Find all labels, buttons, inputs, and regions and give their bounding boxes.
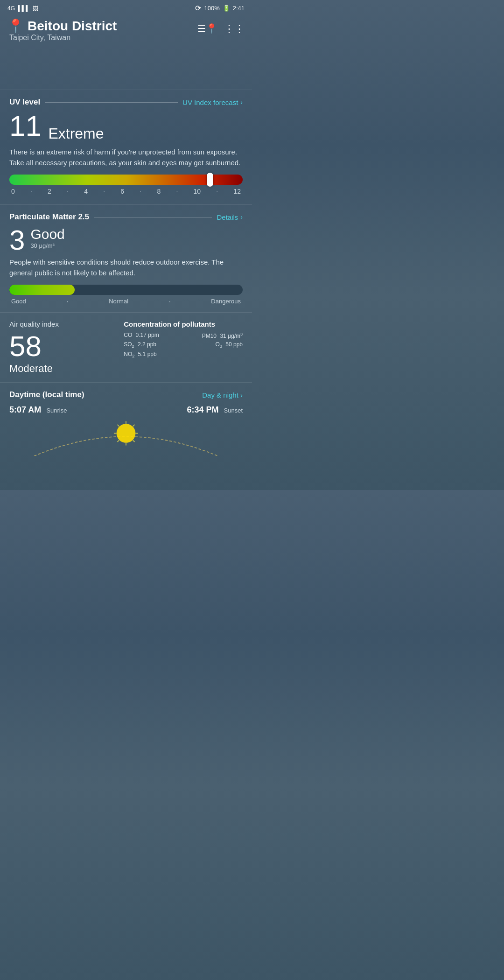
- aqi-value: 58: [9, 332, 108, 361]
- uv-label-8: 8: [157, 188, 161, 195]
- uv-section-title: UV level: [9, 98, 40, 107]
- uv-section-header: UV level UV Index forecast ›: [9, 98, 243, 107]
- network-type: 4G: [7, 5, 15, 12]
- no2-pair: NO2 5.1 ppb: [124, 351, 156, 358]
- daytime-header: Daytime (local time) Day & night ›: [9, 390, 243, 399]
- pm-dot-2: ·: [169, 298, 171, 305]
- aqi-level: Moderate: [9, 363, 108, 375]
- uv-dot-2: ·: [67, 188, 69, 195]
- sun-icon: [117, 424, 136, 443]
- concentration-title: Concentration of pollutants: [124, 320, 243, 328]
- uv-level-label: Extreme: [48, 125, 104, 142]
- uv-slider-labels: 0 · 2 · 4 · 6 · 8 · 10 · 12: [9, 188, 243, 195]
- pm-level-label: Good: [30, 226, 64, 242]
- svg-line-5: [133, 441, 135, 442]
- pm-slider-fill: [9, 285, 75, 295]
- uv-slider-marker: [207, 173, 213, 187]
- header-actions: ☰📍 ⋮⋮: [197, 23, 245, 35]
- pm-number: 3: [9, 226, 25, 254]
- pm10-pair: PM10 31 μg/m3: [202, 332, 243, 339]
- uv-description: There is an extreme risk of harm if you'…: [9, 147, 243, 168]
- location-title: 📍 Beitou District: [7, 18, 117, 34]
- pollutant-table: CO 0.17 ppm PM10 31 μg/m3 SO2 2.2 ppb O3…: [124, 332, 243, 358]
- no2-value: 5.1 ppb: [136, 351, 156, 357]
- o3-value: 50 ppb: [224, 341, 243, 348]
- uv-slider-track: [9, 175, 243, 185]
- no2-name: NO2: [124, 351, 134, 358]
- pm10-value: 31 μg/m3: [218, 332, 243, 339]
- sun-arc-svg: [9, 419, 243, 456]
- pm-slider: [9, 285, 243, 295]
- sunset-time: 6:34 PM: [187, 405, 218, 414]
- chevron-right-icon-pm: ›: [240, 213, 243, 221]
- pm-value-row: 3 Good 30 μg/m³: [9, 226, 243, 254]
- status-right: ⟳ 100% 🔋 2:41: [195, 4, 245, 13]
- pm-section-title: Particulate Matter 2.5: [9, 212, 89, 222]
- uv-dot-4: ·: [140, 188, 141, 195]
- pm-unit: 30 μg/m³: [30, 242, 64, 249]
- chevron-right-icon-dt: ›: [240, 391, 243, 399]
- svg-line-7: [117, 441, 119, 442]
- pm-description: People with sensitive conditions should …: [9, 257, 243, 278]
- day-night-link[interactable]: Day & night ›: [202, 391, 243, 399]
- daytime-divider: [89, 395, 198, 395]
- pm-label-dangerous: Dangerous: [211, 298, 241, 305]
- daytime-section: Daytime (local time) Day & night › 5:07 …: [0, 382, 252, 460]
- pm-divider: [94, 217, 212, 217]
- co-pair: CO 0.17 ppm: [124, 332, 159, 339]
- image-icon: 🖼: [33, 5, 38, 12]
- aqi-right: Concentration of pollutants CO 0.17 ppm …: [116, 320, 243, 375]
- status-bar: 4G ▌▌▌ 🖼 ⟳ 100% 🔋 2:41: [0, 0, 252, 14]
- aqi-title: Air quality index: [9, 320, 108, 328]
- pollutant-row-1: CO 0.17 ppm PM10 31 μg/m3: [124, 332, 243, 339]
- sunrise-time: 5:07 AM: [9, 405, 41, 414]
- sunrise-label: Sunrise: [46, 407, 67, 414]
- so2-name: SO2: [124, 341, 134, 349]
- uv-label-12: 12: [233, 188, 241, 195]
- uv-dot-6: ·: [216, 188, 218, 195]
- uv-label-2: 2: [48, 188, 51, 195]
- uv-label-0: 0: [11, 188, 15, 195]
- uv-value-row: 11 Extreme: [9, 112, 243, 142]
- battery-icon: 🔋: [223, 5, 230, 12]
- daytime-title: Daytime (local time): [9, 390, 84, 399]
- o3-pair: O3 50 ppb: [216, 341, 243, 349]
- rotate-icon: ⟳: [195, 4, 201, 13]
- co-value: 0.17 ppm: [134, 332, 159, 338]
- pm-slider-labels: Good · Normal · Dangerous: [9, 298, 243, 305]
- svg-line-4: [117, 425, 119, 427]
- pm-label-group: Good 30 μg/m³: [30, 226, 64, 249]
- uv-label-6: 6: [120, 188, 124, 195]
- pm-dot-1: ·: [67, 298, 69, 305]
- uv-label-10: 10: [193, 188, 201, 195]
- uv-dot-1: ·: [30, 188, 32, 195]
- chevron-right-icon: ›: [240, 98, 243, 106]
- location-list-icon[interactable]: ☰📍: [197, 23, 217, 35]
- uv-forecast-link[interactable]: UV Index forecast ›: [182, 98, 243, 106]
- sunrise-info: 5:07 AM Sunrise: [9, 405, 67, 415]
- clock: 2:41: [233, 5, 245, 12]
- uv-divider: [45, 102, 178, 103]
- pm-section-header: Particulate Matter 2.5 Details ›: [9, 212, 243, 222]
- more-options-icon[interactable]: ⋮⋮: [224, 23, 245, 35]
- o3-name: O3: [216, 341, 222, 349]
- battery-percent: 100%: [204, 5, 219, 12]
- region-name: Taipei City, Taiwan: [9, 34, 117, 42]
- uv-slider: 0 · 2 · 4 · 6 · 8 · 10 · 12: [9, 175, 243, 195]
- header: 📍 Beitou District Taipei City, Taiwan ☰📍…: [0, 14, 252, 48]
- uv-number: 11: [9, 112, 42, 140]
- svg-line-6: [133, 425, 135, 427]
- location-info: 📍 Beitou District Taipei City, Taiwan: [7, 18, 117, 42]
- signal-icon: ▌▌▌: [18, 5, 30, 12]
- sunset-info: 6:34 PM Sunset: [187, 405, 243, 415]
- so2-pair: SO2 2.2 ppb: [124, 341, 156, 349]
- sun-arc-area: [9, 419, 243, 456]
- uv-label-4: 4: [84, 188, 88, 195]
- pm-section: Particulate Matter 2.5 Details › 3 Good …: [0, 204, 252, 312]
- sunset-label: Sunset: [224, 407, 243, 414]
- pm-label-normal: Normal: [109, 298, 128, 305]
- so2-value: 2.2 ppb: [136, 341, 156, 348]
- status-left: 4G ▌▌▌ 🖼: [7, 5, 38, 12]
- pm-details-link[interactable]: Details ›: [217, 213, 243, 221]
- uv-dot-3: ·: [103, 188, 105, 195]
